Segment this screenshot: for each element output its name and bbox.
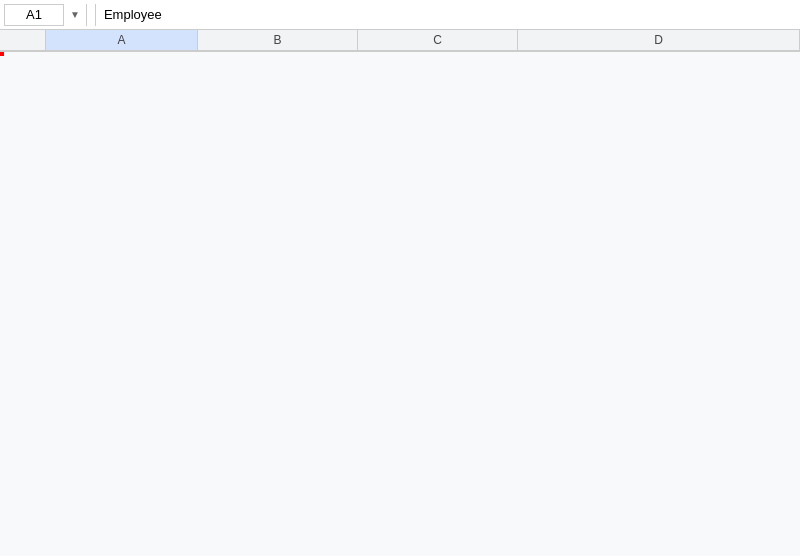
col-header-c[interactable]: C: [358, 30, 518, 51]
dropdown-arrow-icon: ▼: [68, 9, 82, 20]
col-header-d[interactable]: D: [518, 30, 800, 51]
fx-label: [86, 4, 96, 26]
cell-ref-input[interactable]: [4, 4, 64, 26]
selection-overlay: [0, 52, 4, 56]
formula-input[interactable]: [100, 4, 796, 26]
spreadsheet: A B C D: [0, 30, 800, 52]
corner-spacer: [0, 30, 46, 51]
spreadsheet-wrapper: A B C D: [0, 30, 800, 52]
formula-bar: ▼: [0, 0, 800, 30]
col-header-b[interactable]: B: [198, 30, 358, 51]
col-header-a[interactable]: A: [46, 30, 198, 51]
column-headers: A B C D: [0, 30, 800, 52]
